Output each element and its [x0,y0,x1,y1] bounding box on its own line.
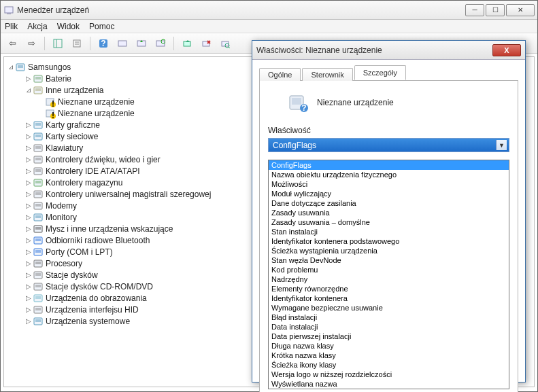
expand-icon[interactable]: ⊿ [24,86,33,94]
close-button[interactable]: ✕ [506,4,535,16]
expand-icon[interactable]: ▷ [24,236,33,244]
dropdown-option[interactable]: Ścieżka ikony klasy [269,360,509,370]
expand-icon[interactable]: ▷ [24,225,33,232]
dropdown-option[interactable]: Błąd instalacji [269,313,509,322]
svg-rect-63 [35,296,41,299]
dropdown-option[interactable]: Stan węzła DevNode [269,255,509,265]
menubar: Plik Akcja Widok Pomoc [1,20,537,33]
expand-icon[interactable]: ▷ [24,190,33,198]
dropdown-option[interactable]: Identyfikator kontenera podstawowego [269,236,509,246]
expand-icon[interactable]: ▷ [24,213,33,221]
expand-icon[interactable]: ▷ [24,179,33,186]
expand-icon[interactable]: ▷ [24,132,33,140]
dropdown-option[interactable]: ConfigFlags [269,160,509,170]
sound-icon [33,154,44,165]
svg-line-19 [229,47,230,48]
tree-label: Nieznane urządzenie [58,97,135,107]
expand-icon[interactable]: ▷ [24,202,33,209]
expand-icon[interactable]: ▷ [24,75,33,82]
app-icon [3,5,14,16]
show-hide-tree-button[interactable] [50,36,65,51]
usb-icon [33,189,44,200]
port-icon [33,247,44,257]
back-button[interactable]: ⇦ [5,36,20,51]
uninstall-button[interactable] [199,36,214,51]
tree-label: Baterie [46,74,71,84]
dropdown-option[interactable]: Nazwa obiektu urządzenia fizycznego [269,170,509,179]
tree-label: Porty (COM i LPT) [46,247,113,257]
dialog-close-button[interactable]: X [492,44,521,56]
tree-label: Procesory [46,259,82,268]
separator [90,37,90,50]
enable-button[interactable] [180,36,195,51]
expand-icon[interactable]: ▷ [24,317,33,325]
dropdown-option[interactable]: Zasady usuwania – domyślne [269,217,509,227]
tree-label: Odbiorniki radiowe Bluetooth [46,236,150,245]
expand-icon[interactable]: ▷ [24,271,33,279]
tab-sterownik[interactable]: Sterownik [302,68,352,81]
expand-icon[interactable]: ▷ [24,306,33,313]
dropdown-option[interactable]: Identyfikator kontenera [269,293,509,303]
dropdown-option[interactable]: Nadrzędny [269,274,509,284]
dropdown-option[interactable]: Krótka nazwa klasy [269,351,509,360]
tree-label: Inne urządzenia [46,86,103,95]
svg-rect-69 [292,98,301,105]
tree-label: Stacje dysków [46,270,98,280]
tree-label: Kontrolery magazynu [46,178,122,188]
svg-rect-35 [35,135,41,137]
tab-szczegóły[interactable]: Szczegóły [354,65,406,80]
collapse-icon[interactable]: ⊿ [7,63,15,71]
dropdown-option[interactable]: Możliwości [269,179,509,189]
tree-label: Nieznane urządzenie [58,109,135,118]
scan-hardware-button[interactable] [218,36,233,51]
update-driver-button[interactable] [134,36,149,51]
property-dropdown[interactable]: ConfigFlagsNazwa obiektu urządzenia fizy… [268,160,509,389]
expand-icon[interactable]: ▷ [24,294,33,302]
tree-label: Karty sieciowe [46,132,98,141]
tree-label: Karty graficzne [46,120,100,130]
property-combobox[interactable]: ConfigFlags ▼ [268,138,509,152]
svg-rect-55 [35,250,41,253]
scan-button[interactable] [115,36,130,51]
menu-view[interactable]: Widok [57,22,80,31]
separator [173,37,174,50]
svg-text:!: ! [52,111,54,119]
dialog-title: Właściwości: Nieznane urządzenie [256,46,492,55]
help-button[interactable]: ? [96,36,111,51]
maximize-button[interactable]: ☐ [486,4,505,16]
menu-help[interactable]: Pomoc [89,22,114,31]
minimize-button[interactable]: ─ [465,4,484,16]
svg-rect-2 [54,39,62,48]
expand-icon[interactable]: ▷ [24,121,33,128]
properties-button[interactable] [69,36,84,51]
forward-button[interactable]: ⇨ [24,36,39,51]
menu-file[interactable]: Plik [5,22,18,31]
dropdown-option[interactable]: Zasady usuwania [269,208,509,217]
refresh-button[interactable] [153,36,168,51]
dropdown-option[interactable]: Data instalacji [269,322,509,332]
tab-ogólne[interactable]: Ogólne [259,68,301,81]
dropdown-option[interactable]: Data pierwszej instalacji [269,332,509,341]
svg-rect-13 [184,41,190,46]
dropdown-option[interactable]: Moduł wyliczający [269,189,509,198]
dropdown-option[interactable]: Wersja logo w niższej rozdzielczości [269,370,509,379]
dropdown-option[interactable]: Długa nazwa klasy [269,341,509,351]
device-icon: ? [287,92,309,113]
dropdown-option[interactable]: Wyświetlana nazwa [269,379,509,389]
dropdown-option[interactable]: Elementy równorzędne [269,284,509,293]
menu-action[interactable]: Akcja [27,22,47,31]
expand-icon[interactable]: ▷ [24,167,33,175]
expand-icon[interactable]: ▷ [24,156,33,163]
dropdown-option[interactable]: Ścieżka wystąpienia urządzenia [269,246,509,255]
expand-icon[interactable]: ▷ [24,144,33,152]
window-title: Menedżer urządzeń [17,5,465,15]
battery-icon [33,73,44,84]
dropdown-option[interactable]: Wymagane bezpieczne usuwanie [269,303,509,313]
expand-icon[interactable]: ▷ [24,283,33,290]
dropdown-option[interactable]: Kod problemu [269,265,509,274]
dropdown-option[interactable]: Stan instalacji [269,227,509,236]
expand-icon[interactable]: ▷ [24,248,33,255]
dropdown-option[interactable]: Dane dotyczące zasilania [269,198,509,208]
expand-icon[interactable]: ▷ [24,260,33,267]
storage-icon [33,177,44,188]
